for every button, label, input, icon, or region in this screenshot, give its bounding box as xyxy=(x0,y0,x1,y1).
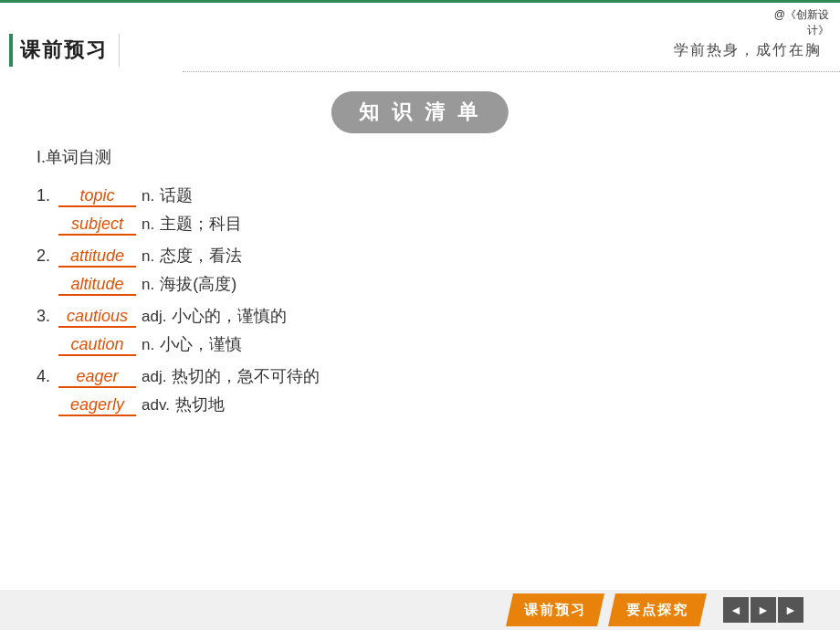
header-dotted-line xyxy=(183,71,840,72)
section-title: I.单词自测 xyxy=(37,146,803,168)
vocab-pos: n. xyxy=(142,187,154,205)
vocab-word: topic xyxy=(58,186,136,207)
nav-arrow-next2[interactable]: ► xyxy=(778,597,803,623)
nav-arrow-next1[interactable]: ► xyxy=(751,597,776,623)
vocab-word: cautious xyxy=(58,307,136,328)
nav-btn-keypoints[interactable]: 要点探究 xyxy=(608,593,707,626)
vocab-row-sub-1: subject n. 主题；科目 xyxy=(37,213,803,236)
vocab-group-4: 4. eager adj. 热切的，急不可待的 eagerly adv. 热切地 xyxy=(37,365,803,416)
top-accent-line xyxy=(0,0,840,3)
vocab-sub-pos: n. xyxy=(142,276,154,294)
main-content: I.单词自测 1. topic n. 话题 subject n. 主题；科目 2… xyxy=(37,146,803,425)
vocab-row-main-1: 1. topic n. 话题 xyxy=(37,184,803,207)
vocab-meaning: 态度，看法 xyxy=(160,245,242,267)
vocab-sub-word: eagerly xyxy=(58,395,136,416)
vocab-group-1: 1. topic n. 话题 subject n. 主题；科目 xyxy=(37,184,803,236)
header-divider xyxy=(119,34,120,67)
vocab-sub-word: altitude xyxy=(58,275,136,296)
knowledge-badge: 知 识 清 单 xyxy=(331,91,509,133)
badge-text: 知 识 清 单 xyxy=(359,99,481,126)
vocab-sub-pos: adv. xyxy=(142,396,170,415)
header-subtitle: 学前热身，成竹在胸 xyxy=(183,41,840,60)
bottom-nav[interactable]: 课前预习 要点探究 ◄ ► ► xyxy=(0,590,840,630)
vocab-row-sub-4: eagerly adv. 热切地 xyxy=(37,394,803,416)
vocab-word: attitude xyxy=(58,247,136,268)
watermark-line1: @《创新设 xyxy=(774,7,829,23)
vocab-list: 1. topic n. 话题 subject n. 主题；科目 2. attit… xyxy=(37,184,803,416)
nav-arrow-prev[interactable]: ◄ xyxy=(723,597,749,623)
vocab-row-main-2: 2. attitude n. 态度，看法 xyxy=(37,245,803,268)
vocab-word: eager xyxy=(58,367,136,388)
vocab-sub-meaning: 主题；科目 xyxy=(160,213,242,235)
header-accent-bar xyxy=(9,34,13,67)
vocab-row-sub-3: caution n. 小心，谨慎 xyxy=(37,333,803,356)
nav-arrows: ◄ ► ► xyxy=(723,597,803,623)
nav-btn-preview[interactable]: 课前预习 xyxy=(506,593,604,626)
vocab-row-main-4: 4. eager adj. 热切的，急不可待的 xyxy=(37,365,803,388)
vocab-group-2: 2. attitude n. 态度，看法 altitude n. 海拔(高度) xyxy=(37,245,803,296)
vocab-sub-word: subject xyxy=(58,215,136,236)
vocab-sub-meaning: 海拔(高度) xyxy=(160,273,236,295)
vocab-pos: adj. xyxy=(142,308,166,326)
vocab-sub-word: caution xyxy=(58,335,136,356)
vocab-sub-meaning: 小心，谨慎 xyxy=(160,333,242,355)
header-title: 课前预习 xyxy=(20,37,108,64)
vocab-number: 4. xyxy=(37,367,55,386)
header: 课前预习 学前热身，成竹在胸 xyxy=(0,29,840,71)
vocab-row-main-3: 3. cautious adj. 小心的，谨慎的 xyxy=(37,305,803,328)
vocab-number: 2. xyxy=(37,247,55,266)
vocab-sub-pos: n. xyxy=(142,336,154,354)
vocab-number: 3. xyxy=(37,307,55,326)
vocab-group-3: 3. cautious adj. 小心的，谨慎的 caution n. 小心，谨… xyxy=(37,305,803,356)
vocab-row-sub-2: altitude n. 海拔(高度) xyxy=(37,273,803,296)
vocab-meaning: 小心的，谨慎的 xyxy=(172,305,287,327)
vocab-meaning: 话题 xyxy=(160,184,193,206)
vocab-number: 1. xyxy=(37,186,55,205)
vocab-sub-pos: n. xyxy=(142,215,154,234)
vocab-sub-meaning: 热切地 xyxy=(175,394,225,415)
header-left: 课前预习 xyxy=(0,34,183,67)
vocab-pos: adj. xyxy=(142,368,166,386)
vocab-pos: n. xyxy=(142,247,154,266)
vocab-meaning: 热切的，急不可待的 xyxy=(172,365,320,387)
